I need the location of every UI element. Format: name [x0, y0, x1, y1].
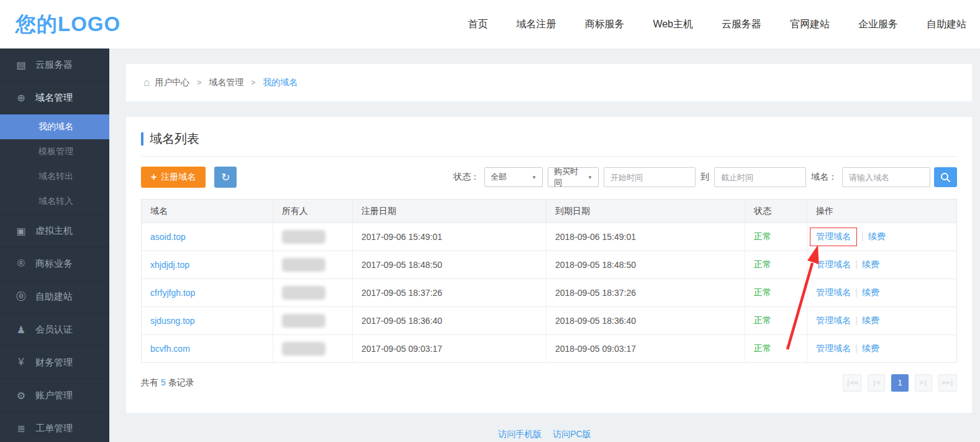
- record-count-prefix: 共有: [141, 377, 158, 387]
- domain-list-panel: 域名列表 + 注册域名 ↻ 状态： 全部 ▼ 购买时间: [126, 117, 972, 413]
- pagination: |<< |< 1 >| >>|: [837, 374, 957, 392]
- register-date: 2017-09-05 18:36:40: [361, 316, 442, 326]
- pagination-last-button[interactable]: >>|: [938, 374, 957, 392]
- sidebar-item-label: 域名管理: [35, 92, 73, 104]
- sidebar: ▤ 云服务器 ⊕ 域名管理 我的域名 模板管理 域名转出 域名转入 ▣ 虚拟主机…: [0, 48, 109, 442]
- table-row: bcvfh.com 2017-09-05 09:03:17 2018-09-05…: [142, 335, 957, 363]
- sidebar-item-work-order[interactable]: ≣ 工单管理: [0, 412, 109, 442]
- domain-link[interactable]: bcvfh.com: [150, 344, 190, 354]
- owner-redacted: [282, 342, 325, 356]
- status-badge: 正常: [754, 287, 771, 297]
- sidebar-subitem-template-management[interactable]: 模板管理: [0, 139, 109, 164]
- sidebar-item-account[interactable]: ⚙ 账户管理: [0, 379, 109, 412]
- status-badge: 正常: [754, 259, 771, 269]
- domain-search-input[interactable]: [842, 167, 930, 187]
- action-separator: |: [855, 259, 858, 269]
- table-header-row: 域名 所有人 注册日期 到期日期 状态 操作: [142, 200, 957, 223]
- sidebar-item-label: 虚拟主机: [35, 225, 73, 237]
- mobile-version-link[interactable]: 访问手机版: [498, 429, 542, 439]
- sidebar-item-site-builder[interactable]: ⓔ 自助建站: [0, 280, 109, 313]
- manage-domain-link[interactable]: 管理域名: [816, 343, 851, 353]
- nav-trademark-service[interactable]: 商标服务: [584, 18, 624, 31]
- sidebar-item-virtual-host[interactable]: ▣ 虚拟主机: [0, 214, 109, 247]
- sidebar-item-domain-management[interactable]: ⊕ 域名管理: [0, 81, 109, 114]
- sidebar-item-label: 自助建站: [35, 291, 73, 303]
- owner-redacted: [282, 230, 325, 244]
- renew-link[interactable]: 续费: [862, 315, 879, 325]
- breadcrumb-domain-management[interactable]: 域名管理: [209, 77, 243, 88]
- renew-link[interactable]: 续费: [868, 231, 886, 241]
- pagination-prev-button[interactable]: |<: [868, 374, 885, 392]
- status-select-value: 全部: [491, 172, 507, 183]
- pagination-page-1-button[interactable]: 1: [891, 374, 909, 392]
- site-logo[interactable]: 您的LOGO: [16, 11, 120, 39]
- action-separator: |: [855, 343, 858, 353]
- end-date-input[interactable]: [714, 167, 806, 187]
- sidebar-item-finance[interactable]: ¥ 财务管理: [0, 346, 109, 379]
- virtual-host-icon: ▣: [15, 225, 27, 237]
- renew-link[interactable]: 续费: [862, 287, 879, 297]
- sidebar-subitem-my-domains[interactable]: 我的域名: [0, 114, 109, 139]
- sidebar-item-label: 会员认证: [35, 324, 73, 336]
- renew-link[interactable]: 续费: [862, 343, 879, 353]
- table-row: xhjdjdj.top 2017-09-05 18:48:50 2018-09-…: [142, 251, 957, 279]
- expire-date: 2018-09-05 18:37:26: [555, 288, 636, 298]
- sidebar-item-trademark[interactable]: ® 商标业务: [0, 247, 109, 280]
- sidebar-item-member-verify[interactable]: ♟ 会员认证: [0, 313, 109, 346]
- owner-redacted: [282, 286, 325, 300]
- breadcrumb-user-center[interactable]: 用户中心: [155, 77, 189, 88]
- owner-redacted: [282, 314, 325, 328]
- sidebar-item-label: 工单管理: [35, 423, 73, 435]
- domain-link[interactable]: sjdusng.top: [150, 316, 195, 326]
- trademark-icon: ®: [15, 258, 27, 269]
- breadcrumb-separator: >: [197, 78, 201, 87]
- domain-link[interactable]: cfrfyjfgh.top: [150, 288, 195, 298]
- home-icon: ⌂: [143, 76, 150, 89]
- register-date: 2017-09-05 18:48:50: [361, 260, 442, 270]
- nav-website-builder[interactable]: 官网建站: [790, 18, 830, 31]
- status-select[interactable]: 全部 ▼: [484, 167, 543, 187]
- manage-domain-link[interactable]: 管理域名: [816, 231, 851, 241]
- manage-domain-link[interactable]: 管理域名: [816, 259, 851, 269]
- sidebar-subitem-domain-transfer-out[interactable]: 域名转出: [0, 164, 109, 189]
- manage-domain-link[interactable]: 管理域名: [816, 287, 851, 297]
- nav-web-hosting[interactable]: Web主机: [653, 18, 693, 31]
- start-date-input[interactable]: [604, 167, 696, 187]
- register-domain-button[interactable]: + 注册域名: [141, 167, 206, 188]
- breadcrumb-my-domains[interactable]: 我的域名: [263, 77, 297, 88]
- action-separator: |: [855, 287, 858, 297]
- expire-date: 2018-09-05 18:36:40: [555, 316, 636, 326]
- domain-filter-label: 域名：: [811, 172, 837, 183]
- register-date: 2017-09-06 15:49:01: [361, 232, 442, 242]
- refresh-button[interactable]: ↻: [214, 167, 237, 188]
- nav-self-service-site[interactable]: 自助建站: [927, 18, 966, 31]
- gear-icon: ⚙: [15, 390, 27, 402]
- nav-domain-register[interactable]: 域名注册: [516, 18, 556, 31]
- renew-link[interactable]: 续费: [862, 259, 879, 269]
- sidebar-item-label: 云服务器: [35, 59, 73, 71]
- domain-link[interactable]: xhjdjdj.top: [150, 260, 189, 270]
- status-badge: 正常: [754, 231, 771, 241]
- search-button[interactable]: [934, 167, 957, 187]
- nav-enterprise-service[interactable]: 企业服务: [858, 18, 898, 31]
- col-header-status: 状态: [745, 200, 807, 223]
- ticket-icon: ≣: [15, 423, 27, 435]
- site-builder-icon: ⓔ: [15, 290, 27, 303]
- sidebar-subitem-domain-transfer-in[interactable]: 域名转入: [0, 189, 109, 214]
- time-type-select[interactable]: 购买时间 ▼: [548, 167, 599, 187]
- pagination-next-button[interactable]: >|: [915, 374, 932, 392]
- manage-domain-link[interactable]: 管理域名: [816, 315, 851, 325]
- pagination-first-button[interactable]: |<<: [843, 374, 861, 392]
- title-accent-bar: [141, 132, 143, 145]
- domain-link[interactable]: asoid.top: [150, 232, 186, 242]
- breadcrumb-separator: >: [251, 78, 255, 87]
- sidebar-item-cloud-server[interactable]: ▤ 云服务器: [0, 48, 109, 81]
- nav-home[interactable]: 首页: [468, 18, 488, 31]
- col-header-domain: 域名: [142, 200, 273, 223]
- title-divider: [141, 156, 957, 157]
- col-header-actions: 操作: [807, 200, 957, 223]
- page-title: 域名列表: [150, 131, 199, 147]
- pc-version-link[interactable]: 访问PC版: [553, 429, 591, 439]
- nav-cloud-server[interactable]: 云服务器: [722, 18, 761, 31]
- time-type-value: 购买时间: [554, 166, 583, 188]
